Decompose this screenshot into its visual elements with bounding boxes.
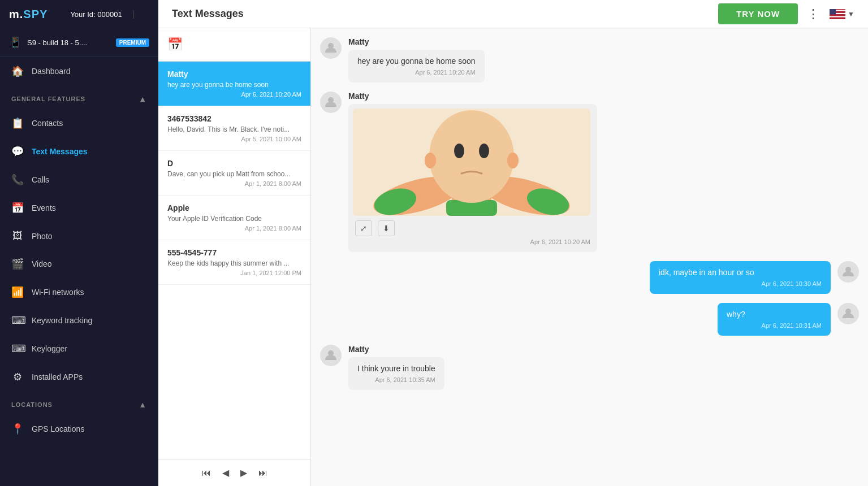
video-icon: 🎬 (11, 258, 24, 270)
list-item[interactable]: 3467533842 Hello, David. This is Mr. Bla… (158, 106, 310, 151)
list-item[interactable]: 555-4545-777 Keep the kids happy this su… (158, 240, 310, 285)
first-page-button[interactable]: ⏮ (198, 466, 214, 480)
sidebar-item-gps[interactable]: 📍 GPS Locations (0, 415, 158, 443)
expand-image-button[interactable]: ⤢ (355, 220, 372, 236)
keyboard-icon: ⌨ (11, 314, 24, 327)
svg-point-20 (425, 153, 436, 168)
bubble-time: Apr 6, 2021 10:20 AM (353, 238, 593, 248)
svg-point-17 (429, 110, 514, 203)
chat-message: Matty (320, 92, 859, 252)
device-icon: 📱 (9, 36, 21, 49)
svg-rect-6 (830, 18, 845, 19)
bubble-sender: Matty (348, 92, 597, 101)
sidebar-label-events: Events (32, 203, 56, 212)
sidebar-label-gps: GPS Locations (32, 424, 84, 433)
gps-icon: 📍 (11, 423, 24, 435)
sidebar-item-video[interactable]: 🎬 Video (0, 250, 158, 278)
svg-rect-5 (830, 16, 845, 17)
msg-sender: D (167, 159, 301, 168)
sidebar-label-wifi: Wi-Fi networks (32, 288, 84, 297)
locations-header: LOCATIONS ▲ (0, 394, 158, 415)
chat-message: why? Apr 6, 2021 10:31 AM (320, 303, 859, 336)
more-menu-icon[interactable]: ⋮ (807, 7, 821, 21)
avatar (320, 92, 342, 113)
msg-time: Apr 1, 2021 8:00 AM (167, 225, 301, 232)
sidebar-item-wifi[interactable]: 📶 Wi-Fi networks (0, 278, 158, 306)
user-id: Your Id: 000001 (59, 10, 133, 19)
calendar-icon[interactable]: 📅 (167, 37, 183, 52)
list-item[interactable]: D Dave, can you pick up Matt from schoo.… (158, 151, 310, 196)
bubble-time: Apr 6, 2021 10:30 AM (659, 280, 822, 287)
prev-page-button[interactable]: ◀ (219, 465, 232, 480)
sidebar-item-label: Dashboard (32, 67, 71, 76)
try-now-button[interactable]: TRY NOW (718, 3, 798, 24)
next-page-button[interactable]: ▶ (237, 465, 251, 480)
flag-icon[interactable]: ▼ (830, 9, 854, 19)
sidebar-item-installed-apps[interactable]: ⚙ Installed APPs (0, 363, 158, 391)
device-bar: 📱 S9 - build 18 - 5.... PREMIUM (0, 28, 158, 57)
bubble-content: Matty I think youre in trouble Apr 6, 20… (348, 345, 444, 390)
bubble-time: Apr 6, 2021 10:20 AM (357, 69, 476, 76)
msg-sender: Matty (167, 70, 301, 79)
list-item[interactable]: Apple Your Apple ID Verification Code Ap… (158, 196, 310, 240)
sidebar-item-events[interactable]: 📅 Events (0, 194, 158, 222)
general-features-header: GENERAL FEATURES ▲ (0, 89, 158, 109)
svg-point-21 (507, 153, 519, 168)
bubble-box: idk, maybe in an hour or so Apr 6, 2021 … (650, 261, 831, 294)
bubble-text: hey are you gonna be home soon (357, 57, 476, 66)
download-image-button[interactable]: ⬇ (378, 220, 395, 236)
image-preview (353, 109, 590, 216)
events-icon: 📅 (11, 202, 24, 214)
msg-time: Jan 1, 2021 12:00 PM (167, 270, 301, 276)
svg-point-19 (479, 144, 489, 158)
chevron-down-icon: ▼ (848, 10, 854, 18)
msg-time: Apr 5, 2021 10:00 AM (167, 136, 301, 142)
sidebar-label-installed-apps: Installed APPs (32, 372, 83, 381)
wifi-icon: 📶 (11, 286, 24, 298)
bubble-content: why? Apr 6, 2021 10:31 AM (718, 303, 831, 336)
sidebar-item-keylogger[interactable]: ⌨ Keylogger (0, 335, 158, 363)
sidebar-label-photo: Photo (32, 232, 53, 241)
keylogger-icon: ⌨ (11, 342, 24, 355)
bubble-content: idk, maybe in an hour or so Apr 6, 2021 … (650, 261, 831, 294)
sidebar-label-text-messages: Text Messages (32, 147, 88, 156)
avatar (320, 37, 342, 59)
last-page-button[interactable]: ⏭ (255, 466, 271, 480)
sidebar-label-keylogger: Keylogger (32, 344, 67, 353)
page-title: Text Messages (172, 8, 244, 20)
bubble-sender: Matty (348, 345, 444, 354)
bubble-time: Apr 6, 2021 10:35 AM (357, 376, 435, 383)
home-icon: 🏠 (11, 65, 24, 77)
chat-message: idk, maybe in an hour or so Apr 6, 2021 … (320, 261, 859, 294)
msg-preview: Your Apple ID Verification Code (167, 215, 292, 223)
bubble-box: hey are you gonna be home soon Apr 6, 20… (348, 50, 485, 83)
bubble-box: why? Apr 6, 2021 10:31 AM (718, 303, 831, 336)
calls-icon: 📞 (11, 173, 24, 186)
sidebar-item-photo[interactable]: 🖼 Photo (0, 222, 158, 250)
msg-time: Apr 1, 2021 8:00 AM (167, 180, 301, 187)
text-messages-icon: 💬 (11, 145, 24, 158)
sidebar-label-video: Video (32, 259, 52, 268)
sidebar-item-keyword-tracking[interactable]: ⌨ Keyword tracking (0, 306, 158, 335)
chevron-up-icon: ▲ (139, 94, 147, 103)
sidebar-item-text-messages[interactable]: 💬 Text Messages (0, 137, 158, 166)
msg-preview: hey are you gonna be home soon (167, 81, 292, 89)
chat-message: Matty I think youre in trouble Apr 6, 20… (320, 345, 859, 390)
list-item[interactable]: Matty hey are you gonna be home soon Apr… (158, 62, 310, 106)
chevron-up-icon-2: ▲ (139, 400, 147, 409)
sidebar-label-calls: Calls (32, 175, 49, 184)
photo-icon: 🖼 (11, 230, 24, 242)
image-controls: ⤢ ⬇ (353, 216, 593, 238)
premium-badge: PREMIUM (116, 38, 149, 47)
bubble-text: why? (727, 310, 822, 319)
sidebar-item-calls[interactable]: 📞 Calls (0, 166, 158, 194)
bubble-time: Apr 6, 2021 10:31 AM (727, 322, 822, 329)
svg-rect-7 (830, 9, 836, 15)
svg-rect-4 (830, 14, 845, 15)
sidebar-item-dashboard[interactable]: 🏠 Dashboard (0, 57, 158, 85)
device-name: S9 - build 18 - 5.... (27, 38, 110, 47)
bubble-text: I think youre in trouble (357, 364, 435, 373)
msg-sender: 555-4545-777 (167, 248, 301, 257)
msg-preview: Keep the kids happy this summer with ... (167, 259, 292, 267)
sidebar-item-contacts[interactable]: 📋 Contacts (0, 109, 158, 137)
